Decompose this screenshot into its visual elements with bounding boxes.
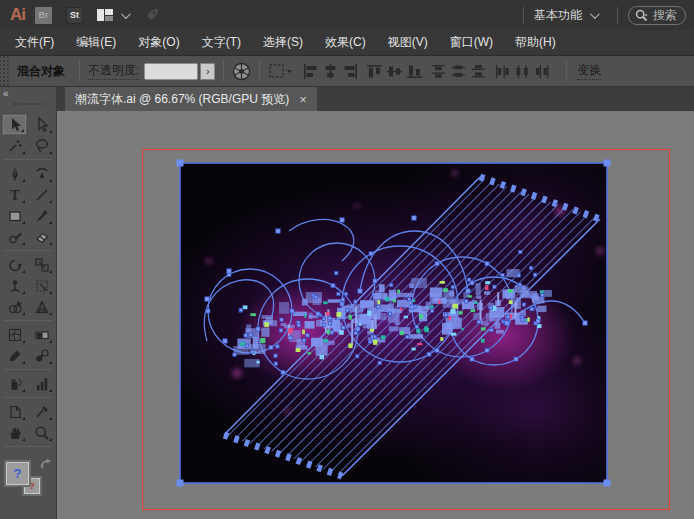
- blend-tool[interactable]: [29, 345, 54, 366]
- gradient-tool[interactable]: [29, 324, 54, 345]
- type-tool-icon: T: [7, 187, 23, 203]
- distribute-vertical-bottom-icon[interactable]: [470, 63, 487, 80]
- distribute-horizontal-right-icon[interactable]: [534, 63, 551, 80]
- align-left-icon[interactable]: [302, 63, 319, 80]
- pen-tool[interactable]: [2, 163, 27, 184]
- distribute-group: [494, 63, 551, 80]
- menu-view[interactable]: 视图(V): [377, 30, 439, 55]
- curvature-tool-icon: [34, 166, 50, 182]
- selection-tool[interactable]: [2, 114, 27, 135]
- panel-grip[interactable]: [0, 56, 9, 86]
- direct-selection-tool-icon: [34, 117, 50, 133]
- zoom-tool[interactable]: [29, 422, 54, 443]
- recolor-artwork-icon[interactable]: [232, 62, 251, 81]
- align-group: [302, 63, 359, 80]
- arrange-documents-icon[interactable]: [97, 9, 113, 21]
- curvature-tool[interactable]: [29, 163, 54, 184]
- paintbrush-tool[interactable]: [29, 205, 54, 226]
- control-bar: 混合对象 不透明度: ›: [0, 56, 694, 87]
- search-input[interactable]: 搜索: [628, 6, 686, 25]
- lasso-tool[interactable]: [29, 135, 54, 156]
- distribute-horizontal-center-icon[interactable]: [514, 63, 531, 80]
- column-graph-tool[interactable]: [29, 373, 54, 394]
- shape-builder-tool[interactable]: [2, 296, 27, 317]
- align-vertical-center-icon[interactable]: [386, 63, 403, 80]
- artboard-tool[interactable]: [2, 401, 27, 422]
- collapse-panel-icon[interactable]: «: [3, 88, 9, 99]
- divider: [259, 60, 260, 82]
- opacity-label[interactable]: 不透明度:: [88, 62, 139, 80]
- close-document-icon[interactable]: ×: [299, 93, 307, 106]
- divider: [566, 60, 567, 82]
- artboard-tool-icon: [7, 404, 23, 420]
- menu-effect[interactable]: 效果(C): [314, 30, 377, 55]
- line-segment-tool-icon: [34, 187, 50, 203]
- rectangle-tool[interactable]: [2, 205, 27, 226]
- panel-drag-grip[interactable]: [13, 102, 45, 106]
- tools-panel: T??: [0, 111, 57, 519]
- hand-tool[interactable]: [2, 422, 27, 443]
- rotate-tool[interactable]: [2, 254, 27, 275]
- document-tab[interactable]: 潮流字体.ai @ 66.67% (RGB/GPU 预览) ×: [65, 87, 317, 111]
- fill-swatch[interactable]: ?: [4, 460, 31, 487]
- free-transform-tool[interactable]: [29, 275, 54, 296]
- blend-tool-icon: [34, 348, 50, 364]
- opacity-flyout-button[interactable]: ›: [200, 63, 215, 80]
- align-group: [366, 63, 423, 80]
- distribute-horizontal-left-icon[interactable]: [494, 63, 511, 80]
- mesh-tool[interactable]: [2, 324, 27, 345]
- symbol-sprayer-tool[interactable]: [2, 373, 27, 394]
- distribute-vertical-center-icon[interactable]: [450, 63, 467, 80]
- chevron-down-icon[interactable]: [121, 9, 131, 19]
- direct-selection-tool[interactable]: [29, 114, 54, 135]
- type-tool[interactable]: T: [2, 184, 27, 205]
- puppet-warp-tool[interactable]: [2, 275, 27, 296]
- perspective-grid-tool-icon: [34, 299, 50, 315]
- swap-fill-stroke-icon[interactable]: [40, 458, 53, 470]
- chevron-down-icon: [590, 9, 600, 19]
- shaper-tool[interactable]: [2, 226, 27, 247]
- slice-tool[interactable]: [29, 401, 54, 422]
- menu-help[interactable]: 帮助(H): [504, 30, 567, 55]
- divider: [617, 7, 618, 24]
- menu-window[interactable]: 窗口(W): [439, 30, 504, 55]
- workspace-switcher[interactable]: 基本功能: [534, 7, 607, 24]
- menu-select[interactable]: 选择(S): [252, 30, 314, 55]
- opacity-input[interactable]: [144, 63, 198, 80]
- paintbrush-tool-icon: [34, 208, 50, 224]
- menu-type[interactable]: 文字(T): [191, 30, 252, 55]
- magic-wand-tool[interactable]: [2, 135, 27, 156]
- eraser-tool[interactable]: [29, 226, 54, 247]
- fill-stroke-swatches: ??: [0, 454, 56, 494]
- perspective-grid-tool[interactable]: [29, 296, 54, 317]
- align-right-icon[interactable]: [342, 63, 359, 80]
- placed-image: [152, 131, 687, 516]
- toolbar-separator: [4, 369, 52, 370]
- line-segment-tool[interactable]: [29, 184, 54, 205]
- select-similar-icon[interactable]: [268, 62, 294, 80]
- divider: [79, 60, 80, 82]
- align-bottom-icon[interactable]: [406, 63, 423, 80]
- illustrator-window: Ai Br St 基本功能 搜索 文件(F) 编辑(: [0, 0, 694, 519]
- zoom-tool-icon: [34, 425, 50, 441]
- menu-object[interactable]: 对象(O): [127, 30, 190, 55]
- stock-button[interactable]: St: [66, 7, 83, 24]
- scale-tool[interactable]: [29, 254, 54, 275]
- distribute-vertical-top-icon[interactable]: [430, 63, 447, 80]
- transform-link[interactable]: 变换: [577, 62, 601, 80]
- align-horizontal-center-icon[interactable]: [322, 63, 339, 80]
- bridge-button[interactable]: Br: [35, 7, 52, 24]
- rectangle-tool-icon: [7, 208, 23, 224]
- eyedropper-tool[interactable]: [2, 345, 27, 366]
- pen-tool-icon: [7, 166, 23, 182]
- align-top-icon[interactable]: [366, 63, 383, 80]
- menu-file[interactable]: 文件(F): [4, 30, 65, 55]
- canvas-viewport[interactable]: [57, 111, 694, 519]
- puppet-warp-tool-icon: [7, 278, 23, 294]
- divider: [523, 7, 524, 24]
- menu-edit[interactable]: 编辑(E): [65, 30, 127, 55]
- document-tab-bar: « 潮流字体.ai @ 66.67% (RGB/GPU 预览) ×: [0, 87, 694, 111]
- illustrator-logo: Ai: [10, 5, 25, 25]
- document-title: 潮流字体.ai @ 66.67% (RGB/GPU 预览): [75, 91, 289, 108]
- tools-panel-header: «: [0, 87, 57, 111]
